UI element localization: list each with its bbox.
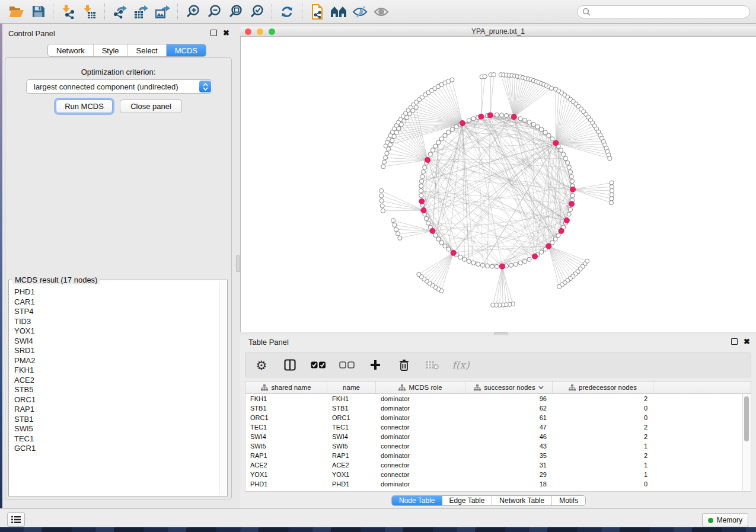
export-network-icon[interactable] [109, 2, 130, 22]
save-session-icon[interactable] [27, 2, 49, 22]
cell-successor-nodes[interactable]: 31 [465, 462, 553, 469]
zoom-out-icon[interactable] [203, 2, 225, 22]
cell-name[interactable]: STB1 [327, 405, 376, 412]
show-columns-icon[interactable] [282, 356, 298, 374]
open-file-icon[interactable] [6, 2, 27, 22]
close-panel-icon[interactable]: ✖ [223, 30, 229, 36]
new-network-from-selection-icon[interactable] [307, 2, 328, 22]
tab-edge-table[interactable]: Edge Table [442, 496, 493, 505]
list-item[interactable]: PMA2 [14, 356, 219, 366]
tab-network[interactable]: Network [48, 44, 94, 56]
cell-mcds-role[interactable]: dominator [376, 405, 465, 412]
table-row[interactable]: STB1STB1dominator620 [245, 403, 751, 413]
cell-successor-nodes[interactable]: 46 [465, 433, 553, 440]
cell-predecessor-nodes[interactable]: 1 [553, 443, 653, 450]
cell-mcds-role[interactable]: dominator [376, 480, 465, 488]
search-box[interactable] [577, 5, 750, 18]
cell-successor-nodes[interactable]: 35 [465, 452, 553, 459]
cell-successor-nodes[interactable]: 96 [465, 395, 553, 402]
table-row[interactable]: SWI4SWI4dominator462 [245, 432, 751, 441]
cell-shared-name[interactable]: ORC1 [245, 414, 327, 421]
cell-name[interactable]: PHD1 [327, 480, 376, 488]
cell-name[interactable]: TEC1 [327, 424, 376, 431]
tab-network-table[interactable]: Network Table [492, 496, 552, 505]
tab-select[interactable]: Select [128, 44, 167, 56]
table-row[interactable]: FKH1FKH1dominator962 [245, 394, 751, 403]
cell-mcds-role[interactable]: connector [376, 424, 465, 431]
table-settings-icon[interactable]: ⚙ [254, 356, 269, 374]
panel-divider-vertical[interactable] [235, 27, 240, 508]
table-row[interactable]: PHD1PHD1dominator180 [245, 479, 751, 489]
cell-shared-name[interactable]: SWI5 [245, 443, 327, 450]
hide-selection-icon[interactable] [349, 2, 371, 22]
cell-shared-name[interactable]: YOX1 [245, 471, 327, 478]
cell-mcds-role[interactable]: dominator [376, 452, 465, 459]
tab-node-table[interactable]: Node Table [392, 496, 442, 505]
search-input[interactable] [594, 7, 745, 17]
table-row[interactable]: ACE2ACE2connector311 [245, 460, 751, 470]
deselect-all-icon[interactable] [339, 356, 355, 374]
export-image-icon[interactable] [152, 2, 173, 22]
list-item[interactable]: SRD1 [14, 346, 219, 356]
cell-name[interactable]: ACE2 [327, 462, 376, 469]
cell-name[interactable]: YOX1 [327, 471, 376, 478]
select-all-icon[interactable] [311, 356, 326, 374]
task-history-button[interactable] [7, 512, 25, 527]
column-header-successor-nodes[interactable]: successor nodes [465, 382, 553, 393]
run-mcds-button[interactable]: Run MCDS [56, 100, 113, 113]
cell-predecessor-nodes[interactable]: 0 [553, 405, 653, 412]
cell-mcds-role[interactable]: dominator [376, 433, 465, 440]
fit-content-icon[interactable] [225, 2, 246, 22]
cell-successor-nodes[interactable]: 47 [465, 424, 553, 431]
close-panel-button[interactable]: Close panel [120, 100, 182, 113]
list-item[interactable]: TID3 [14, 317, 219, 327]
list-item[interactable]: RAP1 [14, 405, 219, 415]
close-panel-icon[interactable]: ✖ [744, 339, 750, 344]
cell-predecessor-nodes[interactable]: 2 [553, 424, 653, 431]
cell-successor-nodes[interactable]: 62 [465, 405, 553, 412]
show-all-icon[interactable] [371, 2, 392, 22]
list-item[interactable]: FKH1 [14, 366, 219, 376]
float-panel-icon[interactable] [731, 338, 738, 345]
cell-mcds-role[interactable]: connector [376, 443, 465, 450]
cell-predecessor-nodes[interactable]: 1 [553, 462, 653, 469]
cell-shared-name[interactable]: STB1 [245, 405, 327, 412]
cell-shared-name[interactable]: PHD1 [245, 480, 327, 488]
cell-mcds-role[interactable]: dominator [376, 414, 465, 421]
tab-style[interactable]: Style [94, 44, 128, 56]
column-header-mcds-role[interactable]: MCDS role [376, 382, 465, 393]
import-network-icon[interactable] [58, 2, 79, 22]
table-row[interactable]: YOX1YOX1connector291 [245, 470, 751, 479]
list-item[interactable]: STP4 [14, 307, 219, 317]
list-item[interactable]: TEC1 [14, 434, 219, 444]
cell-predecessor-nodes[interactable]: 2 [553, 395, 653, 402]
network-window-titlebar[interactable]: YPA_prune.txt_1 [240, 27, 756, 37]
tab-motifs[interactable]: Motifs [552, 496, 585, 505]
memory-button[interactable]: Memory [702, 513, 748, 527]
cell-predecessor-nodes[interactable]: 2 [553, 452, 653, 459]
cell-predecessor-nodes[interactable]: 2 [553, 433, 653, 440]
list-item[interactable]: SWI5 [14, 424, 219, 434]
cell-shared-name[interactable]: RAP1 [245, 452, 327, 459]
list-item[interactable]: GCR1 [14, 444, 219, 454]
cell-shared-name[interactable]: SWI4 [245, 433, 327, 440]
divider-handle[interactable] [236, 255, 240, 272]
cell-name[interactable]: SWI4 [327, 433, 376, 440]
cell-shared-name[interactable]: FKH1 [245, 395, 327, 402]
cell-predecessor-nodes[interactable]: 1 [553, 471, 653, 478]
zoom-selected-icon[interactable] [246, 2, 267, 22]
node-table[interactable]: shared namenameMCDS rolesuccessor nodesp… [245, 381, 751, 492]
cell-shared-name[interactable]: ACE2 [245, 462, 327, 469]
list-item[interactable]: STB5 [14, 385, 219, 395]
cell-successor-nodes[interactable]: 29 [465, 471, 553, 478]
list-item[interactable]: YOX1 [14, 326, 219, 336]
cell-mcds-role[interactable]: connector [376, 471, 465, 478]
column-header-shared-name[interactable]: shared name [245, 382, 327, 393]
mcds-result-scrollbar[interactable] [219, 281, 227, 495]
cell-name[interactable]: SWI5 [327, 443, 376, 450]
list-item[interactable]: ORC1 [14, 395, 219, 405]
export-table-icon[interactable] [130, 2, 152, 22]
table-row[interactable]: RAP1RAP1dominator352 [245, 451, 751, 460]
cell-predecessor-nodes[interactable]: 0 [553, 480, 653, 488]
cell-successor-nodes[interactable]: 61 [465, 414, 553, 421]
